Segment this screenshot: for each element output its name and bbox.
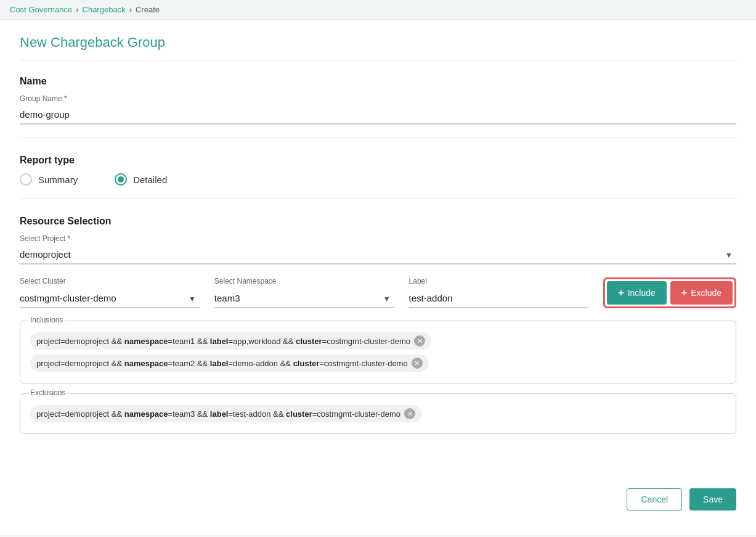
inclusion-chip-2-text: project=demoproject && namespace=team2 &… xyxy=(36,359,408,368)
namespace-field: Select Namespace team3 ▼ xyxy=(214,277,394,308)
inclusion-chip-2: project=demoproject && namespace=team2 &… xyxy=(30,355,429,372)
report-type-section: Report type Summary Detailed xyxy=(20,155,736,199)
breadcrumb-middle[interactable]: Chargeback xyxy=(83,5,126,14)
exclude-label: Exclude xyxy=(691,288,721,298)
radio-summary-label: Summary xyxy=(38,174,78,185)
label-label: Label xyxy=(409,277,589,285)
report-type-title: Report type xyxy=(20,155,736,166)
project-select-wrapper: demoproject ▼ xyxy=(20,245,736,264)
breadcrumb-current: Create xyxy=(136,5,160,14)
breadcrumb-sep2: › xyxy=(129,5,132,14)
breadcrumb-root[interactable]: Cost Governance xyxy=(10,5,72,14)
cluster-label: Select Cluster xyxy=(20,277,200,285)
namespace-select[interactable]: team3 xyxy=(214,289,394,308)
inclusions-label: Inclusions xyxy=(28,316,65,324)
resource-section: Resource Selection Select Project * demo… xyxy=(20,216,736,456)
include-plus-icon: + xyxy=(618,287,624,298)
label-field: Label xyxy=(409,277,589,308)
exclusions-chips: project=demoproject && namespace=team3 &… xyxy=(30,403,726,425)
namespace-select-wrapper: team3 ▼ xyxy=(214,289,394,308)
report-type-radio-group: Summary Detailed xyxy=(20,173,736,186)
cluster-select[interactable]: costmgmt-cluster-demo xyxy=(20,289,200,308)
project-select[interactable]: demoproject xyxy=(20,245,736,264)
name-section-title: Name xyxy=(20,76,736,87)
breadcrumb: Cost Governance › Chargeback › Create xyxy=(0,0,756,20)
radio-detailed[interactable]: Detailed xyxy=(115,173,167,186)
exclusion-chip-1: project=demoproject && namespace=team3 &… xyxy=(30,405,421,422)
exclude-plus-icon: + xyxy=(681,287,687,298)
label-input[interactable] xyxy=(409,289,589,308)
project-label: Select Project * xyxy=(20,234,736,243)
inclusion-chip-2-close[interactable]: ✕ xyxy=(412,358,423,369)
cluster-select-wrapper: costmgmt-cluster-demo ▼ xyxy=(20,289,200,308)
name-section: Name Group Name * xyxy=(20,76,736,137)
cancel-button[interactable]: Cancel xyxy=(627,488,682,510)
highlighted-buttons: + Include + Exclude xyxy=(603,277,736,308)
radio-detailed-label: Detailed xyxy=(133,174,167,185)
inclusion-chip-1: project=demoproject && namespace=team1 &… xyxy=(30,332,431,350)
cluster-field: Select Cluster costmgmt-cluster-demo ▼ xyxy=(20,277,200,308)
namespace-label: Select Namespace xyxy=(214,277,394,285)
radio-summary-circle xyxy=(20,173,32,186)
group-name-input[interactable] xyxy=(20,105,736,125)
inclusions-chips: project=demoproject && namespace=team1 &… xyxy=(30,330,726,374)
inclusions-box: Inclusions project=demoproject && namesp… xyxy=(20,321,736,383)
exclusion-chip-1-text: project=demoproject && namespace=team3 &… xyxy=(36,409,400,419)
action-buttons: + Include + Exclude xyxy=(603,277,736,308)
radio-summary[interactable]: Summary xyxy=(20,173,78,186)
exclude-button[interactable]: + Exclude xyxy=(670,281,733,305)
resource-section-title: Resource Selection xyxy=(20,216,736,227)
breadcrumb-sep1: › xyxy=(76,5,78,14)
group-name-label: Group Name * xyxy=(20,94,736,103)
radio-detailed-circle xyxy=(115,173,127,186)
include-button[interactable]: + Include xyxy=(607,281,667,305)
save-button[interactable]: Save xyxy=(689,488,736,510)
exclusions-label: Exclusions xyxy=(28,388,68,397)
inclusion-chip-1-text: project=demoproject && namespace=team1 &… xyxy=(36,337,410,346)
inclusion-chip-1-close[interactable]: ✕ xyxy=(414,335,425,346)
include-label: Include xyxy=(628,288,656,298)
exclusion-chip-1-close[interactable]: ✕ xyxy=(404,408,415,419)
footer-buttons: Cancel Save xyxy=(20,476,736,510)
cluster-row: Select Cluster costmgmt-cluster-demo ▼ S… xyxy=(20,277,736,308)
page-title: New Chargeback Group xyxy=(20,35,736,61)
exclusions-box: Exclusions project=demoproject && namesp… xyxy=(20,393,736,434)
